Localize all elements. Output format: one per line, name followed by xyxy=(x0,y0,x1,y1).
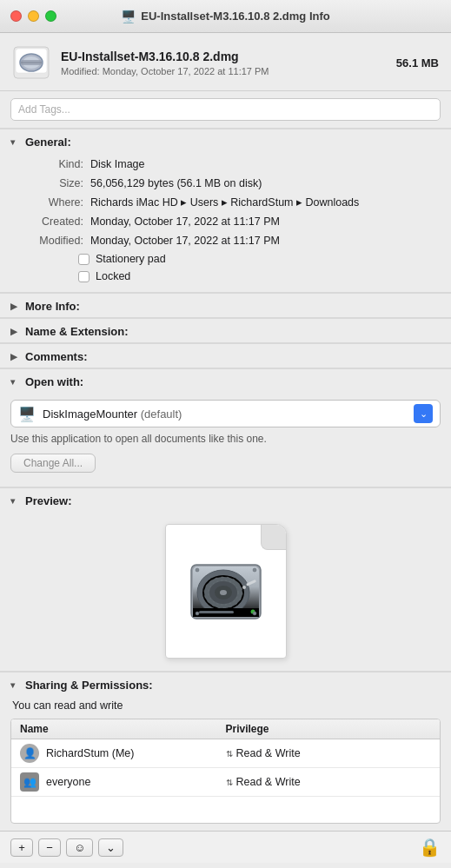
comments-chevron-icon: ▶ xyxy=(10,352,21,361)
preview-section: ▾ Preview: xyxy=(0,487,451,671)
general-section: ▾ General: Kind: Disk Image Size: 56,056… xyxy=(0,129,451,292)
user-cell-0: 👤 RichardStum (Me) xyxy=(20,744,226,763)
kind-label: Kind: xyxy=(24,156,83,173)
window-title: EU-Installset-M3.16.10.8 2.dmg Info xyxy=(141,10,329,23)
bottom-toolbar: + − ☺ ⌄ 🔒 xyxy=(0,831,451,863)
privilege-arrows-icon-1: ⇅ xyxy=(226,778,233,787)
preview-section-header[interactable]: ▾ Preview: xyxy=(0,488,451,512)
title-bar-center: 🖥️ EU-Installset-M3.16.10.8 2.dmg Info xyxy=(121,10,329,23)
kind-value: Disk Image xyxy=(90,156,427,173)
where-value: Richards iMac HD ▸ Users ▸ RichardStum ▸… xyxy=(90,194,427,211)
modified-label: Modified: xyxy=(24,232,83,249)
minimize-button[interactable] xyxy=(28,10,39,22)
file-size: 56.1 MB xyxy=(396,56,439,70)
svg-point-13 xyxy=(220,590,227,595)
open-with-app-name: DiskImageMounter (default) xyxy=(43,407,407,421)
user-cell-1: 👥 everyone xyxy=(20,772,226,792)
remove-permission-button[interactable]: − xyxy=(38,838,61,857)
action-button[interactable]: ☺ xyxy=(66,838,93,857)
svg-rect-19 xyxy=(199,611,234,613)
locked-checkbox[interactable] xyxy=(78,271,90,282)
stationery-pad-label: Stationery pad xyxy=(96,253,166,265)
more-info-label: More Info: xyxy=(25,300,80,313)
kind-row: Kind: Disk Image xyxy=(0,155,451,174)
comments-section-header[interactable]: ▶ Comments: xyxy=(0,344,451,368)
name-extension-label: Name & Extension: xyxy=(25,325,128,338)
svg-point-23 xyxy=(196,612,199,615)
open-with-hint: Use this application to open all documen… xyxy=(0,431,451,450)
svg-rect-5 xyxy=(21,62,42,63)
user-icon: 👤 xyxy=(23,747,36,759)
table-row-1: 👥 everyone ⇅ Read & Write xyxy=(11,768,440,797)
column-name-header: Name xyxy=(20,723,226,735)
stationery-pad-checkbox[interactable] xyxy=(78,254,90,265)
svg-point-24 xyxy=(253,612,256,615)
open-with-selector[interactable]: 🖥️ DiskImageMounter (default) ⌄ xyxy=(10,400,441,427)
column-privilege-header: Privilege xyxy=(226,723,432,735)
table-row: 👤 RichardStum (Me) ⇅ Read & Write xyxy=(11,739,440,768)
file-info: EU-Installset-M3.16.10.8 2.dmg Modified:… xyxy=(61,49,386,76)
more-info-section-header[interactable]: ▶ More Info: xyxy=(0,294,451,317)
permissions-info: You can read and write xyxy=(0,696,451,719)
general-section-label: General: xyxy=(25,136,71,149)
name-extension-section: ▶ Name & Extension: xyxy=(0,318,451,342)
locked-row: Locked xyxy=(0,268,451,285)
permissions-chevron-icon: ▾ xyxy=(10,680,21,690)
open-with-chevron-icon: ▾ xyxy=(10,377,21,387)
modified-value: Monday, October 17, 2022 at 11:17 PM xyxy=(90,232,427,249)
add-permission-button[interactable]: + xyxy=(10,838,33,857)
tags-input[interactable]: Add Tags... xyxy=(10,98,441,121)
preview-chevron-icon: ▾ xyxy=(10,496,21,506)
general-chevron-icon: ▾ xyxy=(10,137,21,147)
more-info-chevron-icon: ▶ xyxy=(10,301,21,311)
title-bar: 🖥️ EU-Installset-M3.16.10.8 2.dmg Info xyxy=(0,0,451,33)
name-extension-chevron-icon: ▶ xyxy=(10,327,21,336)
size-value: 56,056,129 bytes (56.1 MB on disk) xyxy=(90,175,427,192)
where-row: Where: Richards iMac HD ▸ Users ▸ Richar… xyxy=(0,193,451,212)
size-label: Size: xyxy=(24,175,83,192)
user-avatar-0: 👤 xyxy=(20,744,39,763)
file-icon xyxy=(12,43,50,82)
stationery-pad-row: Stationery pad xyxy=(0,250,451,268)
svg-point-17 xyxy=(242,586,246,589)
user-name-1: everyone xyxy=(46,776,90,788)
group-icon: 👥 xyxy=(23,776,36,788)
name-extension-section-header[interactable]: ▶ Name & Extension: xyxy=(0,319,451,342)
open-with-dropdown-arrow[interactable]: ⌄ xyxy=(414,404,433,423)
lock-icon[interactable]: 🔒 xyxy=(419,837,441,858)
file-modified: Modified: Monday, October 17, 2022 at 11… xyxy=(61,66,386,76)
traffic-lights xyxy=(10,10,56,22)
permissions-table: Name Privilege 👤 RichardStum (Me) ⇅ Read… xyxy=(10,719,441,824)
table-row-empty xyxy=(11,797,440,823)
open-with-section: ▾ Open with: 🖥️ DiskImageMounter (defaul… xyxy=(0,368,451,487)
change-all-button[interactable]: Change All... xyxy=(10,454,96,473)
created-value: Monday, October 17, 2022 at 11:17 PM xyxy=(90,213,427,230)
preview-file-icon xyxy=(165,524,287,659)
chevron-down-button[interactable]: ⌄ xyxy=(98,838,123,857)
preview-content xyxy=(0,512,451,671)
open-with-content: 🖥️ DiskImageMounter (default) ⌄ Use this… xyxy=(0,393,451,487)
title-bar-file-icon: 🖥️ xyxy=(121,10,136,23)
maximize-button[interactable] xyxy=(45,10,56,22)
svg-point-22 xyxy=(253,568,256,572)
close-button[interactable] xyxy=(10,10,22,22)
permissions-section-header[interactable]: ▾ Sharing & Permissions: xyxy=(0,673,451,696)
table-header: Name Privilege xyxy=(11,719,440,739)
general-section-content: Kind: Disk Image Size: 56,056,129 bytes … xyxy=(0,153,451,292)
open-with-label: Open with: xyxy=(25,375,83,388)
size-row: Size: 56,056,129 bytes (56.1 MB on disk) xyxy=(0,174,451,193)
comments-section: ▶ Comments: xyxy=(0,343,451,368)
more-info-section: ▶ More Info: xyxy=(0,293,451,317)
file-name: EU-Installset-M3.16.10.8 2.dmg xyxy=(61,49,386,64)
disk-drive-preview-icon xyxy=(187,558,265,626)
general-section-header[interactable]: ▾ General: xyxy=(0,129,451,153)
group-avatar-1: 👥 xyxy=(20,772,39,792)
chevron-down-icon: ⌄ xyxy=(420,408,428,420)
privilege-arrows-icon-0: ⇅ xyxy=(226,749,233,759)
permissions-section: ▾ Sharing & Permissions: You can read an… xyxy=(0,672,451,824)
comments-label: Comments: xyxy=(25,350,88,363)
file-header: EU-Installset-M3.16.10.8 2.dmg Modified:… xyxy=(0,33,451,91)
modified-row: Modified: Monday, October 17, 2022 at 11… xyxy=(0,231,451,250)
user-name-0: RichardStum (Me) xyxy=(46,747,134,759)
open-with-section-header[interactable]: ▾ Open with: xyxy=(0,369,451,393)
